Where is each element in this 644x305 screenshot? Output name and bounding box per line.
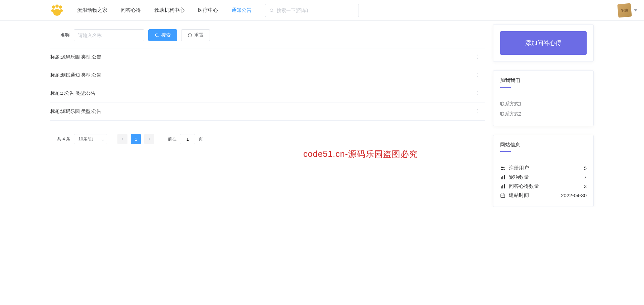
avatar[interactable]: 宠物	[617, 3, 632, 17]
svg-line-9	[158, 36, 159, 37]
stats-row: 建站时间 2022-04-30	[500, 191, 587, 200]
stats-value: 2022-04-30	[561, 192, 587, 198]
search-input[interactable]	[277, 8, 355, 13]
chart-icon	[500, 175, 505, 180]
chevron-right-icon: 〉	[477, 72, 481, 78]
global-search[interactable]	[265, 4, 359, 17]
chevron-right-icon: 〉	[477, 54, 481, 60]
svg-rect-18	[501, 194, 505, 198]
prev-page-button[interactable]	[117, 134, 127, 144]
svg-point-11	[503, 167, 504, 168]
search-button[interactable]: 搜索	[148, 29, 177, 41]
notice-list: 标题:源码乐园 类型:公告 〉 标题:测试通知 类型:公告 〉 标题:zt公告 …	[50, 48, 485, 121]
site-info-card: 网站信息 注册用户 5 宠物数量 7 问答心得数量 3 建站时间 2022-04…	[493, 135, 594, 207]
contact-item: 联系方式2	[500, 109, 587, 119]
total-count: 共 4 条	[57, 136, 70, 142]
svg-line-7	[273, 11, 274, 12]
svg-point-6	[270, 9, 273, 11]
info-title: 网站信息	[500, 142, 587, 152]
stats-value: 7	[584, 174, 587, 180]
goto-suffix: 页	[199, 136, 203, 142]
name-input[interactable]	[74, 29, 144, 41]
chevron-right-icon	[147, 137, 152, 141]
nav-item-medical[interactable]: 医疗中心	[198, 7, 218, 13]
svg-point-1	[55, 4, 59, 8]
svg-rect-16	[502, 185, 503, 188]
stats-value: 3	[584, 183, 587, 189]
list-item-title: 标题:源码乐园 类型:公告	[50, 54, 101, 60]
list-item[interactable]: 标题:源码乐园 类型:公告 〉	[50, 48, 485, 66]
stats-row: 注册用户 5	[500, 164, 587, 173]
filter-bar: 名称 搜索 重置	[50, 24, 485, 48]
nav-item-qa[interactable]: 问答心得	[121, 7, 141, 13]
page-size-select[interactable]: 10条/页 ⌵	[74, 134, 107, 144]
svg-rect-17	[504, 184, 505, 188]
add-qa-button[interactable]: 添加问答心得	[500, 31, 587, 55]
svg-point-0	[52, 5, 55, 9]
chevron-left-icon	[120, 137, 125, 141]
chevron-right-icon: 〉	[477, 108, 481, 115]
page-number-button[interactable]: 1	[131, 134, 141, 144]
svg-point-2	[59, 5, 62, 9]
search-icon	[269, 8, 274, 13]
stats-row: 宠物数量 7	[500, 173, 587, 182]
list-item[interactable]: 标题:zt公告 类型:公告 〉	[50, 84, 485, 102]
chevron-down-icon: ⌵	[102, 137, 104, 142]
svg-point-10	[501, 166, 503, 168]
svg-rect-13	[502, 176, 503, 179]
refresh-icon	[187, 33, 192, 38]
list-item-title: 标题:zt公告 类型:公告	[50, 90, 96, 96]
chart-icon	[500, 184, 505, 189]
svg-point-5	[53, 9, 61, 16]
list-item[interactable]: 标题:源码乐园 类型:公告 〉	[50, 102, 485, 121]
users-icon	[500, 166, 505, 171]
calendar-icon	[500, 193, 505, 198]
svg-point-8	[155, 34, 158, 36]
contact-item: 联系方式1	[500, 99, 587, 109]
stats-value: 5	[584, 165, 587, 171]
list-item-title: 标题:源码乐园 类型:公告	[50, 108, 101, 115]
main-nav: 流浪动物之家 问答心得 救助机构中心 医疗中心 通知公告	[77, 7, 252, 13]
logo[interactable]	[50, 4, 64, 17]
filter-label: 名称	[60, 32, 70, 38]
goto-page-input[interactable]	[180, 134, 195, 144]
add-card: 添加问答心得	[493, 24, 594, 62]
chevron-right-icon: 〉	[477, 90, 481, 96]
list-item[interactable]: 标题:测试通知 类型:公告 〉	[50, 66, 485, 84]
nav-item-rescue[interactable]: 救助机构中心	[154, 7, 184, 13]
reset-button[interactable]: 重置	[181, 29, 210, 41]
goto-prefix: 前往	[168, 136, 176, 142]
search-icon	[155, 33, 159, 38]
header: 流浪动物之家 问答心得 救助机构中心 医疗中心 通知公告 宠物	[0, 0, 644, 21]
pagination: 共 4 条 10条/页 ⌵ 1 前往 页	[50, 121, 485, 144]
nav-item-home[interactable]: 流浪动物之家	[77, 7, 107, 13]
svg-rect-12	[501, 177, 502, 179]
nav-item-notice[interactable]: 通知公告	[231, 7, 252, 13]
join-card: 加我我们 联系方式1 联系方式2	[493, 70, 594, 126]
join-title: 加我我们	[500, 77, 587, 88]
chevron-down-icon	[634, 9, 637, 11]
svg-rect-14	[504, 175, 505, 179]
next-page-button[interactable]	[144, 134, 154, 144]
svg-rect-15	[501, 186, 502, 188]
stats-row: 问答心得数量 3	[500, 182, 587, 191]
user-menu[interactable]: 宠物	[618, 4, 637, 17]
list-item-title: 标题:测试通知 类型:公告	[50, 72, 101, 78]
